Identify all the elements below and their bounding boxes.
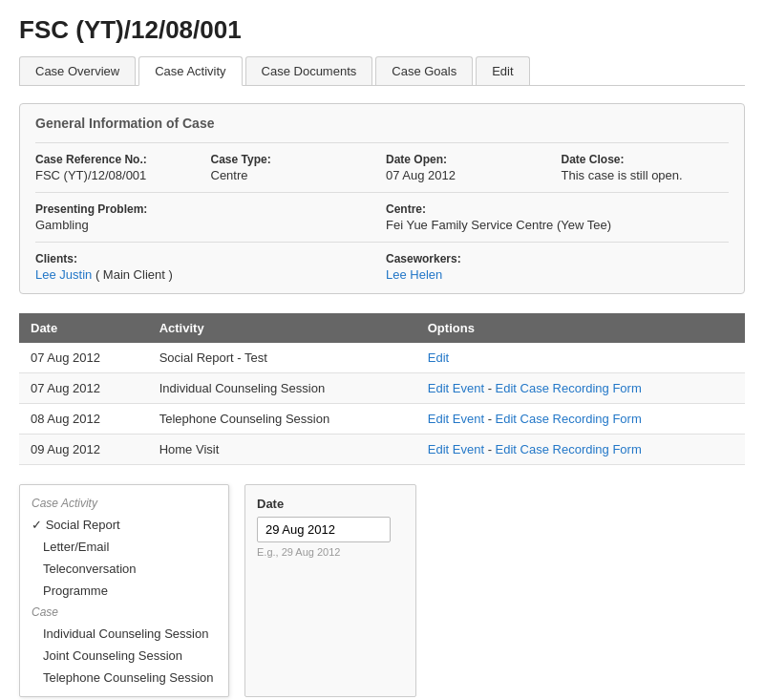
- page-title: FSC (YT)/12/08/001: [19, 15, 745, 45]
- cell-activity: Home Visit: [148, 435, 416, 465]
- date-field-label: Date: [257, 497, 404, 511]
- date-close-cell: Date Close: This case is still open.: [562, 153, 730, 182]
- tab-case-activity[interactable]: Case Activity: [138, 56, 242, 86]
- dropdown-item[interactable]: Social Report: [20, 514, 228, 536]
- centre-value: Fei Yue Family Service Centre (Yew Tee): [386, 218, 611, 232]
- col-activity: Activity: [148, 313, 416, 343]
- tab-case-goals[interactable]: Case Goals: [375, 56, 473, 85]
- case-type-value: Centre: [211, 168, 248, 182]
- caseworker-name-link[interactable]: Lee Helen: [386, 267, 442, 282]
- date-close-label: Date Close:: [562, 153, 730, 166]
- case-ref-label: Case Reference No.:: [35, 153, 203, 166]
- cell-options: Edit Event - Edit Case Recording Form: [416, 373, 745, 404]
- date-open-cell: Date Open: 07 Aug 2012: [386, 153, 554, 182]
- tab-edit[interactable]: Edit: [476, 56, 529, 85]
- activity-dropdown-menu: Case Activity Social ReportLetter/EmailT…: [19, 484, 229, 697]
- info-grid-row3: Clients: Lee Justin ( Main Client ) Case…: [35, 242, 729, 282]
- cell-activity: Telephone Counseling Session: [148, 404, 416, 435]
- info-card-heading: General Information of Case: [35, 116, 729, 131]
- bottom-panel: Case Activity Social ReportLetter/EmailT…: [19, 484, 745, 697]
- caseworkers-label: Caseworkers:: [386, 252, 729, 265]
- edit-case-recording-link[interactable]: Edit Case Recording Form: [496, 381, 642, 395]
- info-grid-row2: Presenting Problem: Gambling Centre: Fei…: [35, 192, 729, 232]
- info-grid-row1: Case Reference No.: FSC (YT)/12/08/001 C…: [35, 142, 729, 182]
- client-name-link[interactable]: Lee Justin: [35, 267, 92, 282]
- table-header-row: Date Activity Options: [19, 313, 745, 343]
- dropdown-item[interactable]: Programme: [20, 580, 228, 602]
- cell-options: Edit Event - Edit Case Recording Form: [416, 435, 745, 465]
- edit-event-link[interactable]: Edit Event: [428, 412, 484, 426]
- cell-date: 07 Aug 2012: [19, 373, 148, 404]
- presenting-label: Presenting Problem:: [35, 202, 378, 216]
- client-role: ( Main Client ): [92, 267, 173, 282]
- tab-bar: Case Overview Case Activity Case Documen…: [19, 56, 745, 86]
- edit-event-link[interactable]: Edit Event: [428, 381, 484, 395]
- cell-date: 08 Aug 2012: [19, 404, 148, 435]
- clients-label: Clients:: [35, 252, 378, 265]
- edit-link[interactable]: Edit: [428, 350, 449, 365]
- dropdown-item[interactable]: Letter/Email: [20, 536, 228, 558]
- date-close-value: This case is still open.: [562, 168, 683, 182]
- dropdown-section1-label: Case Activity: [20, 493, 228, 514]
- caseworkers-cell: Caseworkers: Lee Helen: [386, 252, 729, 282]
- dropdown-item[interactable]: Individual Counseling Session: [20, 623, 228, 645]
- dropdown-item[interactable]: Telephone Counseling Session: [20, 667, 228, 689]
- case-type-label: Case Type:: [211, 153, 379, 166]
- cell-options: Edit: [416, 343, 745, 373]
- col-options: Options: [416, 313, 745, 343]
- clients-cell: Clients: Lee Justin ( Main Client ): [35, 252, 378, 282]
- date-open-label: Date Open:: [386, 153, 554, 166]
- cell-options: Edit Event - Edit Case Recording Form: [416, 404, 745, 435]
- centre-cell: Centre: Fei Yue Family Service Centre (Y…: [386, 202, 729, 232]
- cell-activity: Individual Counseling Session: [148, 373, 416, 404]
- case-ref-value: FSC (YT)/12/08/001: [35, 168, 146, 182]
- dropdown-section2-label: Case: [20, 602, 228, 623]
- table-row: 09 Aug 2012Home VisitEdit Event - Edit C…: [19, 435, 745, 465]
- edit-event-link[interactable]: Edit Event: [428, 442, 484, 456]
- cell-date: 09 Aug 2012: [19, 435, 148, 465]
- activity-table: Date Activity Options 07 Aug 2012Social …: [19, 313, 745, 465]
- presenting-problem-cell: Presenting Problem: Gambling: [35, 202, 378, 232]
- table-row: 07 Aug 2012Social Report - TestEdit: [19, 343, 745, 373]
- edit-case-recording-link[interactable]: Edit Case Recording Form: [496, 412, 642, 426]
- date-open-value: 07 Aug 2012: [386, 168, 456, 182]
- date-input[interactable]: [257, 517, 391, 542]
- cell-activity: Social Report - Test: [148, 343, 416, 373]
- case-ref-cell: Case Reference No.: FSC (YT)/12/08/001: [35, 153, 203, 182]
- centre-label: Centre:: [386, 202, 729, 216]
- edit-case-recording-link[interactable]: Edit Case Recording Form: [496, 442, 642, 456]
- table-row: 08 Aug 2012Telephone Counseling SessionE…: [19, 404, 745, 435]
- info-card: General Information of Case Case Referen…: [19, 103, 745, 294]
- presenting-value: Gambling: [35, 218, 89, 232]
- case-type-cell: Case Type: Centre: [211, 153, 379, 182]
- cell-date: 07 Aug 2012: [19, 343, 148, 373]
- date-hint: E.g., 29 Aug 2012: [257, 546, 404, 558]
- date-panel: Date E.g., 29 Aug 2012: [244, 484, 416, 697]
- dropdown-item[interactable]: Joint Counseling Session: [20, 645, 228, 667]
- dropdown-item[interactable]: Teleconversation: [20, 558, 228, 580]
- table-row: 07 Aug 2012Individual Counseling Session…: [19, 373, 745, 404]
- tab-case-documents[interactable]: Case Documents: [245, 56, 373, 85]
- tab-case-overview[interactable]: Case Overview: [19, 56, 136, 85]
- col-date: Date: [19, 313, 148, 343]
